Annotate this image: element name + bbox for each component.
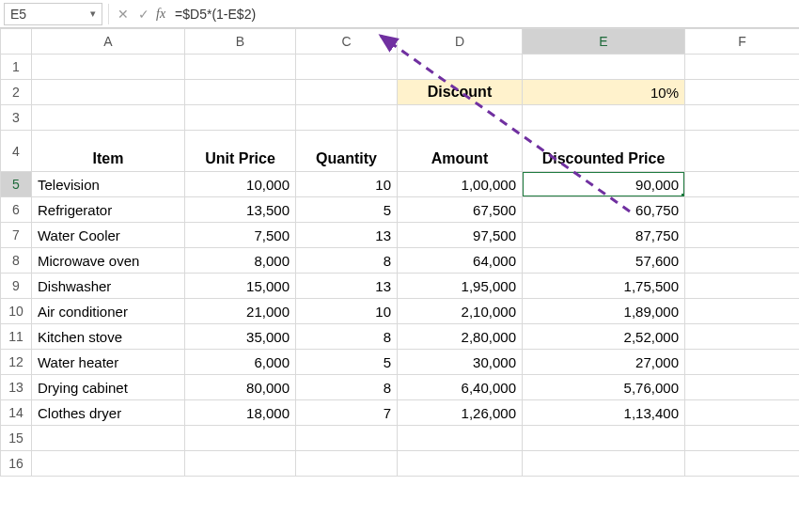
table-row[interactable]: Air conditioner bbox=[32, 299, 185, 324]
cell[interactable] bbox=[398, 105, 523, 131]
row-header-7[interactable]: 7 bbox=[1, 223, 32, 248]
table-row[interactable]: 64,000 bbox=[398, 248, 523, 274]
cell[interactable] bbox=[523, 426, 685, 451]
cell[interactable] bbox=[296, 426, 398, 451]
cell[interactable] bbox=[523, 451, 685, 477]
cell-header-unit[interactable]: Unit Price bbox=[185, 131, 296, 172]
row-header-3[interactable]: 3 bbox=[1, 105, 32, 131]
table-row[interactable]: 87,750 bbox=[523, 223, 685, 248]
table-row[interactable]: 7,500 bbox=[185, 223, 296, 248]
table-row[interactable]: 2,10,000 bbox=[398, 299, 523, 324]
table-row[interactable]: Kitchen stove bbox=[32, 324, 185, 350]
cell-header-disc[interactable]: Discounted Price bbox=[523, 131, 685, 172]
cell[interactable] bbox=[296, 451, 398, 477]
table-row[interactable]: Dishwasher bbox=[32, 274, 185, 299]
table-row[interactable]: 80,000 bbox=[185, 375, 296, 400]
cell[interactable] bbox=[685, 55, 800, 80]
table-row[interactable]: 10 bbox=[296, 172, 398, 197]
row-header-16[interactable]: 16 bbox=[1, 451, 32, 477]
col-header-D[interactable]: D bbox=[398, 29, 523, 55]
table-row[interactable]: 1,13,400 bbox=[523, 400, 685, 426]
row-header-2[interactable]: 2 bbox=[1, 80, 32, 105]
cell[interactable] bbox=[185, 426, 296, 451]
row-header-1[interactable]: 1 bbox=[1, 55, 32, 80]
cell-header-qty[interactable]: Quantity bbox=[296, 131, 398, 172]
cell[interactable] bbox=[685, 223, 800, 248]
cell[interactable] bbox=[296, 105, 398, 131]
cell[interactable] bbox=[185, 80, 296, 105]
table-row[interactable]: 7 bbox=[296, 400, 398, 426]
cell[interactable] bbox=[685, 197, 800, 223]
cell-discount-value[interactable]: 10% bbox=[523, 80, 685, 105]
table-row[interactable]: 21,000 bbox=[185, 299, 296, 324]
table-row[interactable]: 13,500 bbox=[185, 197, 296, 223]
row-header-12[interactable]: 12 bbox=[1, 350, 32, 375]
cell-header-item[interactable]: Item bbox=[32, 131, 185, 172]
table-row[interactable]: 18,000 bbox=[185, 400, 296, 426]
table-row[interactable]: 97,500 bbox=[398, 223, 523, 248]
cell[interactable] bbox=[398, 55, 523, 80]
col-header-E[interactable]: E bbox=[523, 29, 685, 55]
cell[interactable] bbox=[685, 131, 800, 172]
table-row[interactable]: 67,500 bbox=[398, 197, 523, 223]
accept-formula-icon[interactable]: ✓ bbox=[133, 4, 154, 24]
spreadsheet-grid[interactable]: A B C D E F 1 2 Discount 10% 3 4 Item Un… bbox=[0, 28, 799, 477]
chevron-down-icon[interactable]: ▾ bbox=[90, 8, 96, 20]
table-row[interactable]: 13 bbox=[296, 223, 398, 248]
table-row[interactable]: 30,000 bbox=[398, 350, 523, 375]
cancel-formula-icon[interactable]: ✕ bbox=[113, 4, 133, 24]
table-row[interactable]: Refrigerator bbox=[32, 197, 185, 223]
formula-input[interactable]: =$D5*(1-E$2) bbox=[169, 4, 795, 24]
table-row[interactable]: 8 bbox=[296, 375, 398, 400]
table-row[interactable]: 5 bbox=[296, 350, 398, 375]
table-row[interactable]: 6,000 bbox=[185, 350, 296, 375]
cell[interactable] bbox=[685, 350, 800, 375]
cell[interactable] bbox=[32, 80, 185, 105]
table-row[interactable]: 2,80,000 bbox=[398, 324, 523, 350]
cell[interactable] bbox=[296, 80, 398, 105]
table-row[interactable]: 35,000 bbox=[185, 324, 296, 350]
table-row[interactable]: 8 bbox=[296, 248, 398, 274]
table-row[interactable]: 8 bbox=[296, 324, 398, 350]
col-header-C[interactable]: C bbox=[296, 29, 398, 55]
table-row[interactable]: 6,40,000 bbox=[398, 375, 523, 400]
row-header-10[interactable]: 10 bbox=[1, 299, 32, 324]
cell[interactable] bbox=[296, 55, 398, 80]
selected-cell[interactable]: 90,000 bbox=[523, 172, 685, 197]
row-header-13[interactable]: 13 bbox=[1, 375, 32, 400]
table-row[interactable]: 60,750 bbox=[523, 197, 685, 223]
row-header-9[interactable]: 9 bbox=[1, 274, 32, 299]
row-header-5[interactable]: 5 bbox=[1, 172, 32, 197]
row-header-15[interactable]: 15 bbox=[1, 426, 32, 451]
cell[interactable] bbox=[685, 274, 800, 299]
table-row[interactable]: 57,600 bbox=[523, 248, 685, 274]
table-row[interactable]: 5 bbox=[296, 197, 398, 223]
table-row[interactable]: 27,000 bbox=[523, 350, 685, 375]
name-box[interactable]: E5 ▾ bbox=[4, 3, 102, 25]
col-header-A[interactable]: A bbox=[32, 29, 185, 55]
table-row[interactable]: 1,26,000 bbox=[398, 400, 523, 426]
row-header-4[interactable]: 4 bbox=[1, 131, 32, 172]
table-row[interactable]: 13 bbox=[296, 274, 398, 299]
cell[interactable] bbox=[685, 426, 800, 451]
cell[interactable] bbox=[185, 451, 296, 477]
table-row[interactable]: 1,75,500 bbox=[523, 274, 685, 299]
table-row[interactable]: Clothes dryer bbox=[32, 400, 185, 426]
cell-discount-label[interactable]: Discount bbox=[398, 80, 523, 105]
cell[interactable] bbox=[185, 105, 296, 131]
col-header-B[interactable]: B bbox=[185, 29, 296, 55]
cell[interactable] bbox=[685, 324, 800, 350]
cell[interactable] bbox=[685, 248, 800, 274]
table-row[interactable]: 8,000 bbox=[185, 248, 296, 274]
table-row[interactable]: Water Cooler bbox=[32, 223, 185, 248]
row-header-6[interactable]: 6 bbox=[1, 197, 32, 223]
cell[interactable] bbox=[685, 80, 800, 105]
cell[interactable] bbox=[685, 400, 800, 426]
table-row[interactable]: 15,000 bbox=[185, 274, 296, 299]
col-header-F[interactable]: F bbox=[685, 29, 800, 55]
table-row[interactable]: Drying cabinet bbox=[32, 375, 185, 400]
cell[interactable] bbox=[32, 451, 185, 477]
table-row[interactable]: Water heater bbox=[32, 350, 185, 375]
table-row[interactable]: 10,000 bbox=[185, 172, 296, 197]
cell[interactable] bbox=[185, 55, 296, 80]
